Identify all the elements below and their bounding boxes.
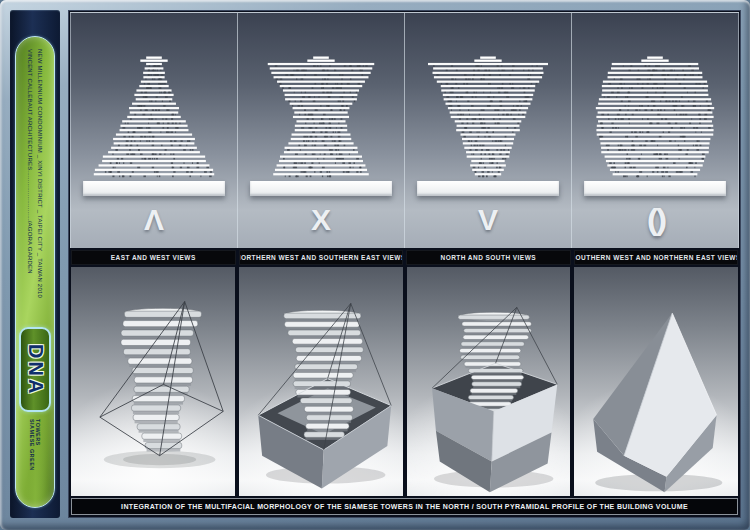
- v-profile-icon: V: [405, 203, 571, 237]
- profile-symbol-glyph: X: [311, 203, 331, 236]
- massing-row: [70, 267, 739, 496]
- massing-panel-4: [574, 267, 738, 496]
- view-label-nw-se: NORTHERN WEST AND SOUTHERN EAST VIEWS: [239, 250, 404, 265]
- dna-logo: DNA: [19, 327, 51, 412]
- presentation-board: VINCENT CALLEBAUT ARCHITECTURES.........…: [0, 0, 750, 530]
- closed-volume-render: [574, 267, 738, 496]
- ground-base-bar: [417, 181, 560, 196]
- ground-base-bar: [250, 181, 393, 196]
- o-profile-icon: (): [572, 203, 738, 237]
- tower-elevation-east-west: [71, 53, 237, 183]
- project-title-pill: VINCENT CALLEBAUT ARCHITECTURES.........…: [15, 36, 55, 508]
- massing-panel-1: [71, 267, 235, 496]
- wireframe-envelope-render: [71, 267, 235, 496]
- dna-logo-text: DNA: [24, 344, 47, 396]
- ground-base-bar: [83, 181, 226, 196]
- massing-panel-3: [407, 267, 571, 496]
- open-box-render: [239, 267, 403, 496]
- profile-symbol-glyph: V: [478, 203, 498, 236]
- project-location-line: NEW MILLENNIUM CONDOMINIUM _ XINYI DISTR…: [35, 49, 45, 321]
- elevation-panel-north-south: V: [404, 13, 571, 248]
- elevation-panel-sw-ne: (): [571, 13, 738, 248]
- project-subtitle: SIAMESE GREEN TOWERS: [29, 419, 41, 497]
- board-caption: INTEGRATION OF THE MULTIFACIAL MORPHOLOG…: [71, 498, 738, 515]
- project-title-text: VINCENT CALLEBAUT ARCHITECTURES.........…: [25, 49, 45, 321]
- view-label-sw-ne: SOUTHERN WEST AND NORTHERN EAST VIEWS: [574, 250, 739, 265]
- partially-closed-volume-render: [407, 267, 571, 496]
- view-label-row: EAST AND WEST VIEWS NORTHERN WEST AND SO…: [70, 250, 739, 265]
- view-label-north-south: NORTH AND SOUTH VIEWS: [406, 250, 571, 265]
- board-content: Λ X V () EAST AND WEST VIEWS NORTHERN WE…: [68, 10, 741, 518]
- sidebar: VINCENT CALLEBAUT ARCHITECTURES.........…: [6, 10, 64, 518]
- x-profile-icon: X: [238, 203, 404, 237]
- profile-symbol-glyph: Λ: [144, 203, 164, 236]
- elevation-panel-east-west: Λ: [71, 13, 237, 248]
- tower-elevation-nw-se: [238, 53, 404, 183]
- elevation-row: Λ X V (): [70, 12, 739, 248]
- view-label-east-west: EAST AND WEST VIEWS: [71, 250, 236, 265]
- architect-credit-line: VINCENT CALLEBAUT ARCHITECTURES.........…: [25, 49, 35, 321]
- ground-base-bar: [584, 181, 727, 196]
- tower-elevation-sw-ne: [572, 53, 738, 183]
- profile-symbol-glyph: (): [646, 203, 664, 237]
- tower-elevation-north-south: [405, 53, 571, 183]
- sidebar-navy-strip: VINCENT CALLEBAUT ARCHITECTURES.........…: [10, 10, 60, 518]
- massing-panel-2: [239, 267, 403, 496]
- elevation-panel-nw-se: X: [237, 13, 404, 248]
- lambda-profile-icon: Λ: [71, 203, 237, 237]
